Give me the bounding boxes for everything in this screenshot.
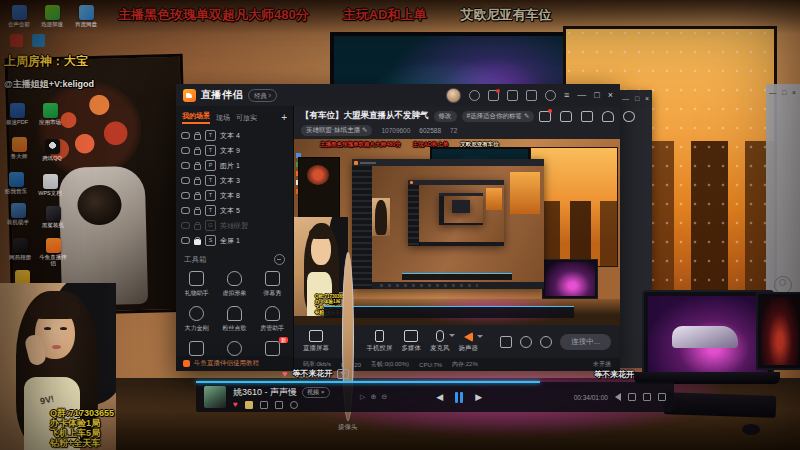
source-row[interactable]: T文本 8 bbox=[181, 188, 288, 203]
collapse-toolbox-icon[interactable] bbox=[274, 254, 285, 265]
lock-icon[interactable] bbox=[560, 111, 572, 122]
share-icon[interactable] bbox=[623, 111, 635, 122]
desktop-icon[interactable]: 黑鲨装机 bbox=[37, 206, 69, 228]
tool-item[interactable]: 粉丝点歌 bbox=[216, 306, 254, 333]
lock-icon[interactable] bbox=[194, 209, 201, 215]
desktop-icon[interactable]: 极速PDF bbox=[1, 103, 33, 125]
album-art[interactable] bbox=[204, 386, 226, 408]
dock-screen-share[interactable]: 直播屏幕 bbox=[303, 330, 329, 353]
lyric-controls[interactable]: ▷ ⊕ ⊖ bbox=[360, 393, 387, 401]
lock-icon[interactable] bbox=[194, 194, 201, 200]
desktop-icon[interactable]: 迅游加速 bbox=[36, 5, 68, 27]
lyrics-toggle-icon[interactable] bbox=[643, 393, 651, 401]
dock-phone-cast[interactable]: 手机投屏 bbox=[367, 330, 393, 353]
source-row[interactable]: S全屏 1 bbox=[181, 233, 288, 248]
font-increase-icon[interactable]: ⊕ bbox=[370, 393, 376, 401]
desktop-icon[interactable]: 酷我音乐 bbox=[0, 172, 32, 194]
lyrics-expand-icon[interactable] bbox=[337, 369, 349, 379]
desktop-icon[interactable]: 鲁大师 bbox=[3, 137, 35, 159]
tab-scene-2[interactable]: 现场 bbox=[216, 113, 230, 123]
visibility-icon[interactable] bbox=[181, 192, 190, 199]
close-icon[interactable]: × bbox=[321, 389, 325, 395]
app-mode-badge[interactable]: 经典 › bbox=[248, 89, 277, 102]
tutorial-bar[interactable]: 斗鱼直播伴侣使用教程 bbox=[176, 356, 293, 371]
tag-select-button[interactable]: #选择适合你的标签 ✎ bbox=[462, 111, 535, 122]
window-controls[interactable]: — □ × bbox=[622, 95, 651, 102]
app-titlebar[interactable]: 直播伴侣 经典 › ≡ — □ × bbox=[176, 84, 620, 106]
visibility-icon[interactable] bbox=[181, 207, 190, 214]
gear-icon[interactable] bbox=[540, 336, 552, 348]
comment-icon[interactable] bbox=[290, 401, 298, 409]
maximize-button[interactable]: □ bbox=[594, 91, 599, 100]
lock-icon[interactable] bbox=[194, 239, 201, 245]
window-controls[interactable]: — □ × bbox=[769, 89, 798, 96]
desktop-icon[interactable]: 装机助手 bbox=[2, 203, 34, 225]
dock-media[interactable]: 多媒体 bbox=[402, 330, 422, 353]
shuffle-icon[interactable] bbox=[628, 393, 636, 401]
visibility-icon[interactable] bbox=[181, 222, 190, 229]
tool-item[interactable]: 歌词助手 bbox=[178, 341, 216, 356]
lock-icon[interactable] bbox=[194, 134, 201, 140]
lock-icon[interactable] bbox=[194, 164, 201, 170]
layout-grid-icon[interactable] bbox=[581, 111, 593, 122]
share-icon[interactable] bbox=[275, 401, 283, 409]
tool-item[interactable]: 礼物助手 bbox=[178, 271, 216, 298]
dock-speaker[interactable]: 扬声器 bbox=[459, 331, 479, 353]
tab-scene-3[interactable]: 可放实 bbox=[236, 113, 257, 123]
visibility-icon[interactable] bbox=[181, 177, 190, 184]
tool-item[interactable]: 弹幕秀 bbox=[253, 271, 291, 298]
tab-my-scenes[interactable]: 我的场景 bbox=[182, 111, 210, 124]
desktop-icon[interactable]: 会声会影 bbox=[3, 5, 35, 27]
source-row[interactable]: T文本 3 bbox=[181, 173, 288, 188]
edit-title-button[interactable]: 修改 bbox=[434, 111, 457, 122]
tool-item[interactable]: 福星热点 bbox=[216, 341, 254, 356]
tool-item[interactable]: 房管助手 bbox=[253, 306, 291, 333]
previous-track-button[interactable]: ◀ bbox=[436, 392, 443, 402]
lock-icon[interactable] bbox=[194, 224, 201, 230]
source-row[interactable]: T文本 9 bbox=[181, 143, 288, 158]
source-row[interactable]: P图片 1 bbox=[181, 158, 288, 173]
record-icon[interactable] bbox=[500, 336, 512, 348]
source-row[interactable]: T文本 4 bbox=[181, 128, 288, 143]
add-scene-button[interactable]: + bbox=[281, 112, 287, 123]
song-title[interactable]: 姚3610 - 声声慢 bbox=[233, 386, 297, 399]
visibility-icon[interactable] bbox=[181, 162, 190, 169]
bell-icon[interactable] bbox=[602, 111, 614, 122]
gift-box-icon[interactable] bbox=[539, 111, 551, 122]
folder-icon[interactable] bbox=[245, 401, 253, 409]
tool-item[interactable]: 大力金刚 bbox=[178, 306, 216, 333]
go-live-button[interactable]: 连接中... bbox=[560, 334, 611, 350]
filter-icon[interactable] bbox=[545, 90, 556, 101]
tool-item[interactable]: 新全民星PK bbox=[253, 341, 291, 356]
tool-item[interactable]: 虚拟形象 bbox=[216, 271, 254, 298]
desktop-lyrics-bar[interactable]: ♥ 等不来花开 bbox=[282, 368, 349, 379]
desktop-icon[interactable]: 腾讯QQ bbox=[36, 139, 68, 161]
visibility-icon[interactable] bbox=[181, 132, 190, 139]
source-row[interactable]: G英雄联盟 bbox=[181, 218, 288, 233]
next-track-button[interactable]: ▶ bbox=[475, 392, 482, 402]
playlist-icon[interactable] bbox=[658, 393, 666, 401]
chevron-down-icon[interactable] bbox=[477, 335, 483, 338]
dock-microphone[interactable]: 麦克风 bbox=[430, 330, 450, 353]
close-button[interactable]: × bbox=[608, 91, 613, 100]
desktop-icon[interactable]: WPS文档 bbox=[34, 174, 66, 196]
like-icon[interactable]: ♥ bbox=[233, 402, 238, 408]
user-avatar[interactable] bbox=[446, 88, 461, 103]
calendar-icon[interactable] bbox=[488, 90, 499, 101]
font-decrease-icon[interactable]: ⊖ bbox=[381, 393, 387, 401]
desktop-icon[interactable] bbox=[10, 34, 23, 47]
pause-button[interactable] bbox=[455, 392, 463, 403]
chevron-down-icon[interactable] bbox=[449, 334, 455, 337]
download-icon[interactable] bbox=[260, 401, 268, 409]
message-icon[interactable] bbox=[507, 90, 518, 101]
desktop-icon[interactable]: 斗鱼直播伴侣 bbox=[37, 238, 69, 266]
lock-icon[interactable] bbox=[194, 149, 201, 155]
desktop-icon[interactable] bbox=[32, 34, 45, 47]
category-tag[interactable]: 英雄联盟·妹纸主播 ✎ bbox=[301, 125, 372, 136]
menu-icon[interactable]: ≡ bbox=[564, 91, 569, 100]
headset-support-icon[interactable] bbox=[469, 90, 480, 101]
screen-cast-icon[interactable] bbox=[526, 90, 537, 101]
volume-icon[interactable] bbox=[615, 393, 621, 401]
play-lyric-icon[interactable]: ▷ bbox=[360, 393, 365, 401]
desktop-icon[interactable]: 应用市场 bbox=[34, 103, 66, 125]
